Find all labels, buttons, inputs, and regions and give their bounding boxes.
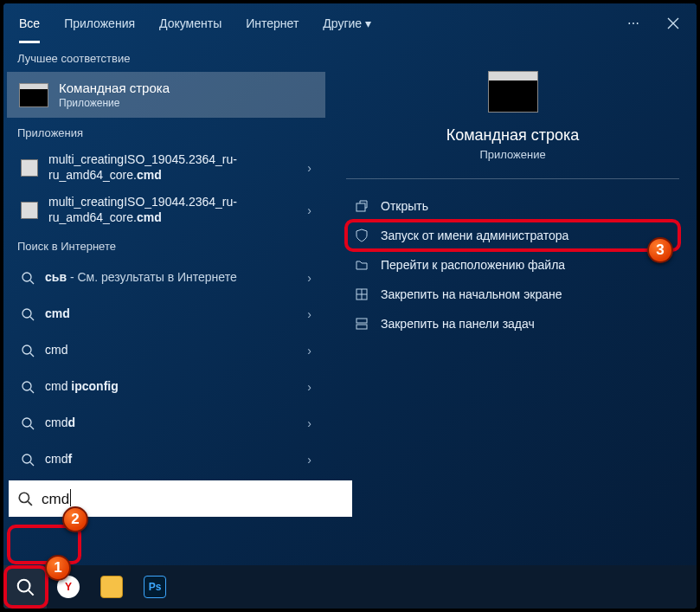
search-icon xyxy=(21,307,35,321)
taskbar: Y Ps xyxy=(3,565,697,609)
action-open[interactable]: Открыть xyxy=(346,191,679,221)
preview-pane: Командная строка Приложение Открыть Запу… xyxy=(329,43,697,565)
section-apps: Приложения xyxy=(3,118,329,146)
web-result-item[interactable]: cmd› xyxy=(7,297,325,332)
app-result-item[interactable]: multi_creatingISO_19044.2364_ru-ru_amd64… xyxy=(7,190,325,230)
search-icon xyxy=(17,491,33,506)
tab-apps[interactable]: Приложения xyxy=(52,3,147,43)
svg-point-6 xyxy=(22,382,31,390)
cmd-file-icon xyxy=(21,159,38,177)
svg-point-4 xyxy=(22,345,31,354)
preview-title: Командная строка xyxy=(446,126,580,145)
taskbar-search-button[interactable] xyxy=(3,565,47,609)
taskbar-photoshop-button[interactable]: Ps xyxy=(133,565,177,609)
search-icon xyxy=(21,344,35,358)
svg-point-2 xyxy=(22,309,31,318)
search-input[interactable]: cmd xyxy=(9,480,352,517)
best-match-item[interactable]: Командная строка Приложение xyxy=(7,72,325,118)
section-best-match: Лучшее соответствие xyxy=(3,43,329,72)
action-pin-start[interactable]: Закрепить на начальном экране xyxy=(346,280,679,309)
svg-line-5 xyxy=(30,353,34,357)
svg-rect-18 xyxy=(356,325,367,329)
chevron-right-icon: › xyxy=(300,161,311,175)
section-web: Поиск в Интернете xyxy=(3,231,329,260)
more-options-button[interactable]: ⋯ xyxy=(613,3,653,43)
web-result-item[interactable]: cmdf› xyxy=(7,442,325,477)
pin-taskbar-icon xyxy=(355,317,369,331)
search-icon xyxy=(21,271,35,285)
svg-point-22 xyxy=(18,580,30,592)
svg-line-21 xyxy=(28,501,32,506)
close-button[interactable] xyxy=(653,3,693,43)
taskbar-explorer-button[interactable] xyxy=(90,565,133,609)
svg-line-11 xyxy=(30,462,34,466)
search-icon xyxy=(21,380,35,394)
svg-point-10 xyxy=(22,454,31,463)
web-result-item[interactable]: сьв - См. результаты в Интернете › xyxy=(7,261,325,295)
filter-tabs: Все Приложения Документы Интернет Другие… xyxy=(3,3,697,43)
web-result-item[interactable]: cmd ipconfig› xyxy=(7,370,325,404)
folder-icon xyxy=(100,576,123,598)
annotation-badge-3: 3 xyxy=(647,237,673,263)
svg-line-3 xyxy=(30,317,34,320)
web-result-item[interactable]: cmdd› xyxy=(7,406,325,441)
open-icon xyxy=(355,199,369,213)
search-icon xyxy=(21,453,35,467)
svg-rect-19 xyxy=(356,319,367,323)
preview-subtitle: Приложение xyxy=(479,148,545,161)
cmd-app-icon xyxy=(488,71,538,113)
action-pin-taskbar[interactable]: Закрепить на панели задач xyxy=(346,309,679,338)
tab-more[interactable]: Другие▾ xyxy=(311,3,383,43)
svg-point-0 xyxy=(22,273,31,281)
svg-line-1 xyxy=(30,280,34,284)
search-icon xyxy=(21,416,35,430)
chevron-down-icon: ▾ xyxy=(365,16,371,30)
svg-line-7 xyxy=(30,390,34,393)
best-match-subtitle: Приложение xyxy=(59,97,170,109)
svg-line-23 xyxy=(29,590,34,596)
svg-rect-14 xyxy=(356,203,365,211)
annotation-badge-2: 2 xyxy=(62,506,88,532)
shield-icon xyxy=(355,229,369,242)
search-value: cmd xyxy=(42,489,71,508)
photoshop-icon: Ps xyxy=(144,576,166,598)
svg-line-9 xyxy=(30,426,34,429)
annotation-badge-1: 1 xyxy=(45,555,71,581)
search-icon xyxy=(16,577,35,596)
search-panel: Все Приложения Документы Интернет Другие… xyxy=(3,3,697,565)
action-run-as-admin[interactable]: Запуск от имени администратора xyxy=(346,221,679,250)
cmd-file-icon xyxy=(21,202,38,219)
web-result-item[interactable]: cmd› xyxy=(7,333,325,368)
action-open-location[interactable]: Перейти к расположению файла xyxy=(346,250,679,280)
tab-documents[interactable]: Документы xyxy=(147,3,234,43)
svg-point-8 xyxy=(22,418,31,427)
tab-all[interactable]: Все xyxy=(7,3,52,43)
chevron-right-icon: › xyxy=(300,203,311,217)
svg-point-20 xyxy=(19,493,29,502)
cmd-app-icon xyxy=(19,83,48,107)
tab-web[interactable]: Интернет xyxy=(234,3,311,43)
pin-start-icon xyxy=(355,287,369,301)
best-match-title: Командная строка xyxy=(59,81,170,95)
folder-icon xyxy=(355,258,369,272)
app-result-item[interactable]: multi_creatingISO_19045.2364_ru-ru_amd64… xyxy=(7,147,325,188)
